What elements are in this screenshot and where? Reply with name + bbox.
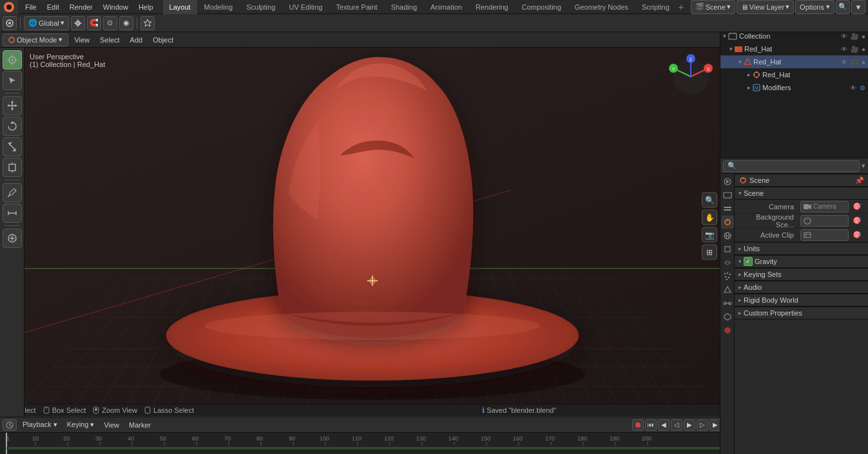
props-scene-header[interactable]: Scene 📌 [735, 174, 868, 187]
select-tool[interactable] [3, 71, 22, 90]
axis-gizmo[interactable]: X Y Z [668, 54, 713, 99]
transform-global[interactable]: 🌐 Global ▾ [24, 16, 69, 30]
viewport-grid-btn[interactable]: ⊞ [702, 244, 717, 260]
cursor-tool[interactable] [3, 50, 22, 70]
filter-button[interactable]: ▼ [851, 0, 865, 14]
jump-start-btn[interactable]: ⏮ [645, 419, 657, 431]
viewport-camera-btn[interactable]: 📷 [702, 227, 717, 242]
window-menu[interactable]: Window [99, 2, 133, 12]
skip-fwd-btn[interactable]: ▷ [697, 419, 708, 431]
snap-settings[interactable] [140, 16, 155, 30]
props-scene-subheader[interactable]: ▾ Scene [735, 187, 868, 200]
outliner-redhat-object[interactable]: ▾ Red_Hat 👁 🎥 ● [720, 55, 868, 68]
outliner-redhat-group[interactable]: ▾ Red_Hat 👁 🎥 ● [720, 43, 868, 55]
tab-sculpting[interactable]: Sculpting [240, 0, 282, 14]
camera-toggle-2[interactable]: 🎥 [851, 46, 858, 53]
tab-rendering[interactable]: Rendering [469, 0, 515, 14]
particles-props-btn[interactable] [721, 270, 734, 283]
custom-props-section-header[interactable]: ▸ Custom Properties [735, 307, 868, 319]
camera-picker-btn[interactable]: 🎯 [851, 201, 863, 213]
proportional-edit[interactable]: ⊙ [103, 16, 117, 30]
props-search-input[interactable]: 🔍 [723, 160, 860, 172]
eye-toggle[interactable]: 👁 [841, 33, 847, 40]
props-filter-dropdown[interactable]: ▾ [862, 162, 865, 170]
tab-uv-editing[interactable]: UV Editing [282, 0, 329, 14]
viewport-hand-btn[interactable]: ✋ [702, 209, 717, 225]
measure-tool[interactable] [3, 203, 22, 223]
world-props-btn[interactable] [721, 229, 734, 242]
scene-selector[interactable]: 🎬 Scene ▾ [691, 0, 735, 14]
timeline-mode-btn[interactable] [3, 419, 17, 431]
playback-menu[interactable]: Playback ▾ [19, 419, 61, 430]
tab-shading[interactable]: Shading [385, 0, 423, 14]
rigidbody-section-header[interactable]: ▸ Rigid Body World [735, 294, 868, 307]
keying-sets-header[interactable]: ▸ Keying Sets [735, 268, 868, 281]
snap-magnet[interactable]: 🧲 [87, 16, 101, 30]
camera-toggle[interactable]: 🎥 [851, 33, 858, 40]
bg-scene-picker-btn[interactable]: 🎯 [851, 215, 863, 227]
object-icon-btn[interactable] [3, 16, 17, 30]
modifier-settings-icon[interactable]: ⚙ [860, 84, 865, 91]
rotate-tool[interactable] [3, 117, 22, 136]
tab-texture-paint[interactable]: Texture Paint [329, 0, 383, 14]
render-props-btn[interactable] [721, 175, 734, 188]
view-layer-props-btn[interactable] [721, 202, 734, 215]
render-menu[interactable]: Render [65, 2, 97, 12]
transform-pivot[interactable] [71, 16, 85, 30]
tab-compositing[interactable]: Compositing [516, 0, 568, 14]
units-section-header[interactable]: ▸ Units [735, 242, 868, 255]
tab-layout[interactable]: Layout [163, 0, 197, 14]
tab-scripting[interactable]: Scripting [635, 0, 676, 14]
material-props-btn[interactable] [721, 324, 734, 337]
tab-animation[interactable]: Animation [424, 0, 468, 14]
keying-menu[interactable]: Keying ▾ [63, 419, 99, 430]
marker-menu[interactable]: Marker [125, 420, 155, 430]
object-mode-button[interactable]: Object Mode ▾ [3, 33, 68, 46]
add-workspace-button[interactable]: + [677, 1, 686, 13]
view-layer-selector[interactable]: 🖥 View Layer ▾ [737, 0, 794, 14]
modifier-props-btn[interactable] [721, 256, 734, 269]
output-props-btn[interactable] [721, 189, 734, 202]
data-props-btn[interactable] [721, 310, 734, 323]
play-btn[interactable]: ▶ [684, 419, 695, 431]
view-menu-tl[interactable]: View [100, 420, 123, 430]
add-object-tool[interactable] [3, 229, 22, 248]
active-clip-value[interactable] [800, 229, 849, 241]
viewport-search-btn[interactable]: 🔍 [702, 192, 717, 207]
active-clip-picker-btn[interactable]: 🎯 [851, 229, 863, 241]
render-toggle[interactable]: ● [862, 33, 865, 40]
transform-tool[interactable] [3, 158, 22, 177]
proportional-type[interactable]: ◉ [119, 16, 133, 30]
edit-menu[interactable]: Edit [43, 2, 64, 12]
search-button[interactable]: 🔍 [836, 0, 850, 14]
eye-toggle-2[interactable]: 👁 [841, 46, 847, 53]
move-tool[interactable] [3, 96, 22, 115]
outliner-body[interactable]: ▾ Collection 👁 🎥 ● ▾ Red_Hat 👁 🎥 ● ▾ Red… [720, 30, 868, 158]
view-menu[interactable]: View [70, 35, 94, 45]
tab-modeling[interactable]: Modeling [198, 0, 240, 14]
modifier-vis-icon[interactable]: 👁 [850, 84, 856, 91]
options-button[interactable]: Options ▾ [795, 0, 834, 14]
audio-section-header[interactable]: ▸ Audio [735, 281, 868, 294]
tab-geometry-nodes[interactable]: Geometry Nodes [568, 0, 635, 14]
record-btn[interactable] [632, 419, 644, 431]
3d-viewport[interactable]: User Perspective (1) Collection | Red_Ha… [24, 48, 720, 404]
outliner-redhat-mesh[interactable]: ▸ Red_Hat [720, 68, 868, 81]
bg-scene-value[interactable] [800, 215, 849, 227]
skip-back-btn[interactable]: ◁ [671, 419, 682, 431]
camera-toggle-3[interactable]: 🎥 [851, 59, 858, 66]
prev-keyframe-btn[interactable]: ◀ [658, 419, 670, 431]
help-menu[interactable]: Help [134, 2, 158, 12]
file-menu[interactable]: File [21, 2, 41, 12]
render-toggle-3[interactable]: ● [862, 59, 865, 66]
outliner-modifiers[interactable]: ▸ M Modifiers 👁 ⚙ [720, 81, 868, 94]
add-menu[interactable]: Add [126, 35, 148, 45]
annotate-tool[interactable] [3, 183, 22, 202]
gravity-checkbox[interactable]: ✓ [744, 257, 753, 266]
physics-props-btn[interactable] [721, 283, 734, 296]
pin-button[interactable]: 📌 [855, 176, 864, 185]
eye-toggle-3[interactable]: 👁 [841, 59, 847, 66]
render-toggle-2[interactable]: ● [862, 46, 865, 53]
object-props-btn[interactable] [721, 243, 734, 256]
camera-value[interactable]: Camera [800, 201, 849, 213]
